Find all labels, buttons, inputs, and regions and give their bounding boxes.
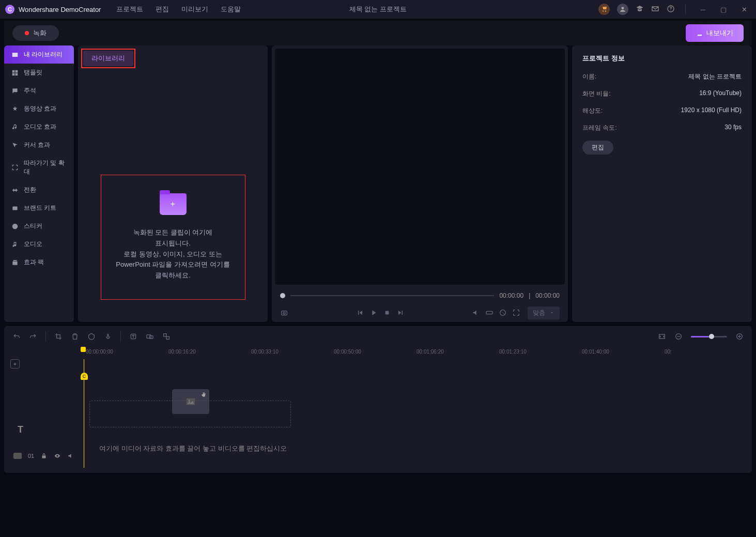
dropzone-text: 녹화된 모든 클립이 여기에 표시됩니다. 로컬 동영상, 이미지, 오디오 또… [116,227,229,281]
sidebar-item-audio-effect[interactable]: 오디오 효과 [4,118,74,136]
export-label: 내보내기 [706,28,733,38]
maximize-button[interactable]: ▢ [717,3,730,16]
info-aspect-label: 화면 비율: [582,89,611,98]
stop-button[interactable] [383,309,391,317]
sidebar-item-audio[interactable]: 오디오 [4,235,74,253]
fit-label: 맞춤 [533,309,545,317]
svg-rect-4 [282,311,287,315]
export-button[interactable]: 내보내기 [686,24,744,42]
record-dot-icon [25,31,29,35]
caption-button[interactable] [146,332,154,341]
mute-icon[interactable] [67,452,74,459]
transition-icon [11,187,19,194]
sidebar-item-effect-pack[interactable]: 효과 팩 [4,253,74,271]
grid-icon [11,69,19,76]
svg-point-5 [283,312,285,314]
academy-icon[interactable] [636,5,644,14]
close-button[interactable]: ✕ [737,3,751,16]
project-info-panel: 프로젝트 정보 이름:제목 없는 프로젝트 화면 비율:16:9 (YouTub… [572,45,752,322]
record-button[interactable]: 녹화 [12,25,59,41]
sidebar-item-cursor-effect[interactable]: 커서 효과 [4,136,74,154]
mail-icon[interactable] [651,5,659,14]
quality-icon[interactable] [485,309,493,317]
fit-select[interactable]: 맞춤 [528,306,560,319]
timeline[interactable]: 00:00:00:00 00:00:16:20 00:00:33:10 00:0… [4,347,752,473]
ruler-mark: 00:00:33:10 [251,349,279,355]
preview-controls: 맞춤 [272,303,568,322]
voiceover-button[interactable] [104,332,112,341]
sidebar-item-video-effect[interactable]: 동영상 효과 [4,100,74,118]
sidebar-item-transition[interactable]: 전환 [4,181,74,199]
sidebar-item-follow-zoom[interactable]: 따라가기 및 확대 [4,154,74,181]
svg-rect-20 [42,455,46,458]
camera-icon[interactable] [280,309,288,317]
fullscreen-icon[interactable] [512,309,520,317]
ruler-mark: 00:00:50:00 [334,349,361,355]
minimize-button[interactable]: ─ [696,3,709,16]
app-logo-icon: C [5,5,14,14]
help-icon[interactable] [667,5,675,14]
chevron-down-icon [549,310,554,315]
info-res-value: 1920 x 1080 (Full HD) [681,106,742,115]
group-button[interactable] [162,332,171,341]
playhead-flag-icon[interactable] [81,347,86,352]
library-tab[interactable]: 라이브러리 [83,51,133,66]
edit-info-button[interactable]: 편집 [582,141,613,155]
menu-preview[interactable]: 미리보기 [181,5,208,14]
preview-canvas[interactable] [275,49,565,285]
sidebar-item-template[interactable]: 탬플릿 [4,64,74,82]
zoom-in-button[interactable] [735,332,744,341]
library-panel: 라이브러리 녹화된 모든 클립이 여기에 표시됩니다. 로컬 동영상, 이미지,… [78,45,268,322]
redo-button[interactable] [29,332,37,341]
seek-handle-icon[interactable] [280,293,285,298]
eye-icon[interactable] [54,452,61,459]
prev-button[interactable] [356,309,364,317]
add-track-button[interactable]: + [10,359,20,369]
cart-icon[interactable] [598,4,610,15]
sidebar-item-annotation[interactable]: 주석 [4,82,74,100]
sidebar-item-sticker[interactable]: 스티커 [4,217,74,235]
marker-button[interactable] [87,332,96,341]
record-label: 녹화 [33,28,47,38]
preview-seek[interactable]: 00:00:00 | 00:00:00 [272,288,568,303]
svg-rect-9 [107,334,109,337]
sidebar-item-brand-kit[interactable]: 브랜드 키트 [4,199,74,217]
divider [120,331,121,342]
menu-edit[interactable]: 편집 [156,5,169,14]
text-button[interactable] [129,332,137,341]
play-button[interactable] [369,309,378,317]
timeline-tracks[interactable]: + C T 여기에 미디어 자료와 효과를 끌어 놓고 비디오를 편집하십시오 … [4,359,752,468]
timeline-toolbar [4,326,752,347]
svg-rect-7 [486,311,492,314]
fit-timeline-button[interactable] [658,332,666,341]
box-icon [11,205,19,212]
ruler-mark: 00:00:00:00 [86,349,113,355]
crop-button[interactable] [54,332,63,341]
delete-button[interactable] [71,332,79,341]
smile-icon [11,223,19,230]
sidebar-item-label: 브랜드 키트 [24,204,56,212]
menu-help[interactable]: 도움말 [221,5,241,14]
timeline-ruler[interactable]: 00:00:00:00 00:00:16:20 00:00:33:10 00:0… [4,347,752,359]
user-icon[interactable] [617,4,628,15]
library-dropzone[interactable]: 녹화된 모든 클립이 여기에 표시됩니다. 로컬 동영상, 이미지, 오디오 또… [101,175,245,300]
safe-zone-icon[interactable] [499,309,507,317]
sidebar-item-label: 따라가기 및 확대 [24,159,67,176]
export-icon [696,29,703,37]
zoom-out-button[interactable] [674,332,683,341]
menu-project[interactable]: 프로젝트 [116,5,143,14]
timeline-drop-area[interactable] [89,401,291,427]
film-icon [11,51,19,58]
info-fps-label: 프레임 속도: [582,124,617,132]
sidebar-item-my-library[interactable]: 내 라이브러리 [4,45,74,64]
svg-rect-1 [12,52,18,56]
svg-rect-6 [385,311,389,315]
lock-icon[interactable] [40,452,48,459]
next-button[interactable] [396,309,405,317]
marker-icon[interactable]: C [81,373,88,380]
zoom-slider[interactable] [691,336,727,337]
sidebar-item-label: 스티커 [24,222,42,231]
seek-track[interactable] [290,295,494,296]
undo-button[interactable] [12,332,21,341]
volume-icon[interactable] [472,309,480,317]
